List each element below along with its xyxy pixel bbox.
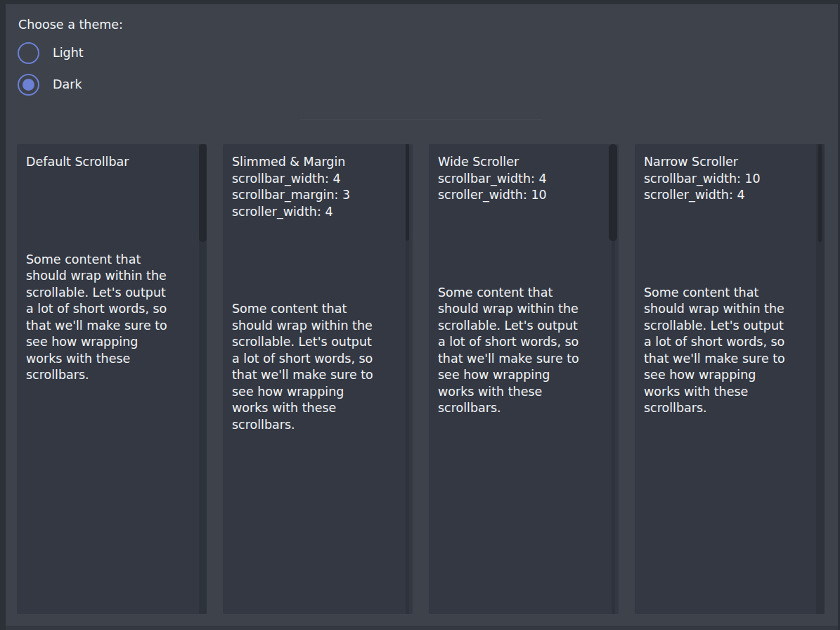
vertical-scrollbar[interactable]	[609, 144, 617, 614]
radio-option-light-label: Light	[53, 45, 84, 62]
radio-selected-icon[interactable]	[18, 74, 39, 96]
radio-option-dark[interactable]: Dark	[18, 74, 82, 96]
divider	[300, 120, 542, 120]
panel-title: Wide Scroller	[438, 154, 597, 171]
scrollbar-thumb[interactable]	[199, 144, 207, 242]
panel-body-text: Some content that should wrap within the…	[438, 285, 597, 417]
scrollbar-thumb[interactable]	[609, 144, 617, 241]
radio-unselected-icon[interactable]	[18, 42, 39, 64]
panel-body-text: Some content that should wrap within the…	[644, 285, 803, 417]
panel-slimmed-margin[interactable]: Slimmed & Margin scrollbar_width: 4 scro…	[223, 144, 413, 614]
radio-dot-icon	[22, 79, 34, 91]
panel-title: Slimmed & Margin	[232, 154, 392, 171]
bottom-scrollbar-area	[6, 626, 838, 630]
radio-option-light[interactable]: Light	[18, 42, 84, 64]
panel-wide-scroller[interactable]: Wide Scroller scrollbar_width: 4 scrolle…	[429, 144, 619, 614]
panel-body-text: Some content that should wrap within the…	[232, 301, 392, 433]
radio-option-dark-label: Dark	[53, 77, 82, 94]
panel-params: scrollbar_width: 4 scrollbar_margin: 3 s…	[232, 171, 392, 221]
panel-body-text: Some content that should wrap within the…	[26, 252, 186, 384]
panel-title: Default Scrollbar	[26, 154, 186, 171]
theme-chooser-label: Choose a theme:	[18, 17, 123, 34]
panel-params: scrollbar_width: 10 scroller_width: 4	[644, 171, 803, 204]
vertical-scrollbar[interactable]	[406, 144, 409, 614]
panel-narrow-scroller[interactable]: Narrow Scroller scrollbar_width: 10 scro…	[635, 144, 825, 614]
panel-params: scrollbar_width: 4 scroller_width: 10	[438, 171, 597, 204]
panel-default-scrollbar[interactable]: Default Scrollbar Some content that shou…	[17, 144, 207, 614]
panel-title: Narrow Scroller	[644, 154, 803, 171]
vertical-scrollbar[interactable]	[199, 144, 207, 614]
scrollbar-thumb[interactable]	[818, 144, 822, 242]
app-window: { "theme_chooser": { "label": "Choose a …	[0, 0, 840, 630]
scrollbar-thumb[interactable]	[406, 144, 409, 240]
vertical-scrollbar[interactable]	[816, 144, 825, 614]
